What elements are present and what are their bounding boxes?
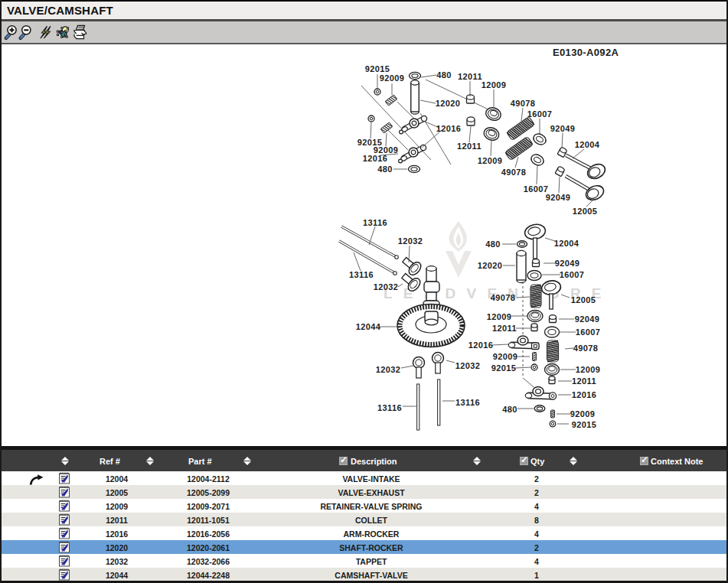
svg-text:12011: 12011 (457, 142, 482, 151)
svg-text:92015: 92015 (365, 64, 390, 73)
svg-text:12016: 12016 (436, 124, 462, 133)
svg-text:12016: 12016 (572, 390, 597, 399)
svg-text:12032: 12032 (374, 282, 399, 292)
svg-text:16007: 16007 (527, 109, 553, 119)
svg-text:12032: 12032 (376, 365, 401, 374)
svg-text:92049: 92049 (546, 193, 571, 202)
svg-text:16007: 16007 (560, 270, 585, 279)
svg-text:E0130-A092A: E0130-A092A (553, 47, 619, 58)
svg-text:480: 480 (502, 405, 517, 414)
svg-text:12009: 12009 (487, 312, 512, 321)
svg-text:480: 480 (485, 239, 501, 249)
svg-text:92015: 92015 (572, 420, 597, 429)
svg-text:49078: 49078 (511, 99, 536, 108)
svg-text:12004: 12004 (575, 140, 600, 149)
svg-text:13116: 13116 (377, 403, 402, 412)
svg-text:92049: 92049 (550, 124, 576, 133)
svg-text:12009: 12009 (576, 365, 601, 374)
svg-text:12032: 12032 (398, 236, 423, 246)
svg-text:13116: 13116 (349, 270, 374, 279)
svg-text:13116: 13116 (455, 398, 480, 407)
svg-text:12016: 12016 (468, 340, 494, 350)
svg-text:49078: 49078 (573, 344, 599, 353)
svg-text:12020: 12020 (436, 99, 461, 108)
svg-text:49078: 49078 (501, 168, 527, 177)
svg-text:12009: 12009 (482, 80, 507, 90)
svg-text:480: 480 (436, 70, 452, 80)
svg-text:12020: 12020 (478, 261, 503, 270)
svg-text:92009: 92009 (493, 352, 518, 361)
svg-text:92009: 92009 (380, 73, 405, 83)
svg-text:13116: 13116 (363, 218, 387, 227)
svg-text:12005: 12005 (573, 207, 598, 216)
svg-text:12016: 12016 (363, 154, 388, 163)
svg-text:12044: 12044 (356, 322, 381, 331)
svg-text:12005: 12005 (571, 295, 596, 305)
svg-text:12011: 12011 (458, 72, 482, 81)
svg-text:12032: 12032 (455, 361, 481, 370)
svg-text:480: 480 (377, 164, 393, 174)
svg-text:12011: 12011 (492, 324, 517, 333)
svg-text:92049: 92049 (575, 314, 600, 324)
svg-text:12011: 12011 (572, 376, 596, 386)
svg-text:49078: 49078 (491, 293, 516, 302)
svg-text:92049: 92049 (555, 259, 580, 268)
svg-text:92015: 92015 (491, 363, 517, 373)
svg-text:16007: 16007 (576, 327, 601, 337)
svg-text:12009: 12009 (478, 156, 503, 165)
svg-text:16007: 16007 (524, 184, 549, 194)
svg-text:12004: 12004 (554, 239, 579, 248)
svg-text:92009: 92009 (570, 409, 596, 419)
